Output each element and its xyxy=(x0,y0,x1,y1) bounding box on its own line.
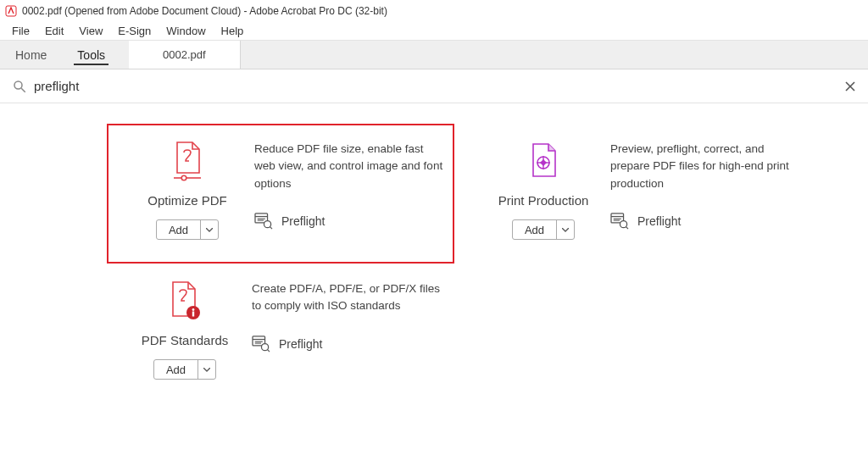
tab-tools[interactable]: Tools xyxy=(62,41,120,69)
tab-document[interactable]: 0002.pdf xyxy=(129,41,241,69)
window-title: 0002.pdf (Opened from Adobe Document Clo… xyxy=(22,5,387,17)
svg-point-1 xyxy=(14,81,22,89)
tool-card-print-production: Print Production Add Preview, preflight,… xyxy=(463,124,810,264)
add-button[interactable]: Add xyxy=(512,219,575,240)
tool-title: Optimize PDF xyxy=(147,193,226,208)
svg-line-21 xyxy=(626,226,628,229)
chevron-down-icon xyxy=(206,228,213,232)
chevron-down-icon xyxy=(562,228,569,232)
pdf-standards-icon xyxy=(166,280,203,321)
preflight-icon xyxy=(252,336,270,352)
preflight-shortcut[interactable]: Preflight xyxy=(610,213,800,230)
menu-help[interactable]: Help xyxy=(214,23,251,39)
svg-point-23 xyxy=(192,308,195,311)
add-button-label: Add xyxy=(157,220,201,239)
preflight-shortcut[interactable]: Preflight xyxy=(252,336,442,352)
menu-view[interactable]: View xyxy=(72,23,109,39)
preflight-shortcut[interactable]: Preflight xyxy=(254,213,444,230)
chevron-down-icon xyxy=(203,368,210,372)
preflight-icon xyxy=(254,213,273,230)
menu-esign[interactable]: E-Sign xyxy=(111,23,158,39)
tool-description: Create PDF/A, PDF/E, or PDF/X files to c… xyxy=(252,280,442,315)
tool-card-optimize-pdf: Optimize PDF Add Reduce PDF file size, e… xyxy=(107,124,454,264)
tabbar: Home Tools 0002.pdf xyxy=(0,41,868,69)
preflight-label: Preflight xyxy=(281,214,325,228)
add-button[interactable]: Add xyxy=(156,219,219,240)
menubar: File Edit View E-Sign Window Help xyxy=(0,22,868,41)
close-icon[interactable] xyxy=(844,80,856,92)
menu-window[interactable]: Window xyxy=(159,23,212,39)
add-button-dropdown[interactable] xyxy=(198,360,215,379)
search-icon xyxy=(12,79,27,94)
svg-line-12 xyxy=(270,226,272,229)
add-button-dropdown[interactable] xyxy=(557,220,574,239)
menu-edit[interactable]: Edit xyxy=(38,23,70,39)
add-button-label: Add xyxy=(154,360,198,379)
tool-title: PDF Standards xyxy=(142,333,229,347)
optimize-pdf-icon xyxy=(169,141,206,181)
preflight-icon xyxy=(610,213,629,230)
tool-description: Preview, preflight, correct, and prepare… xyxy=(610,141,800,192)
preflight-label: Preflight xyxy=(279,337,322,351)
preflight-label: Preflight xyxy=(637,214,681,228)
tab-home[interactable]: Home xyxy=(0,41,62,69)
add-button-dropdown[interactable] xyxy=(201,220,218,239)
tools-search-input[interactable] xyxy=(27,75,844,97)
svg-line-30 xyxy=(267,349,270,352)
print-production-icon xyxy=(525,141,562,181)
tools-search-row xyxy=(0,69,868,103)
tool-card-pdf-standards: PDF Standards Add Create PDF/A, PDF/E, o… xyxy=(104,264,452,403)
tools-area: Optimize PDF Add Reduce PDF file size, e… xyxy=(0,103,868,403)
svg-line-2 xyxy=(21,88,25,92)
acrobat-app-icon xyxy=(5,5,17,17)
svg-point-6 xyxy=(181,175,186,180)
tool-title: Print Production xyxy=(498,193,589,208)
add-button[interactable]: Add xyxy=(153,359,216,380)
menu-file[interactable]: File xyxy=(5,23,36,39)
add-button-label: Add xyxy=(513,220,557,239)
tool-description: Reduce PDF file size, enable fast web vi… xyxy=(254,141,444,192)
titlebar: 0002.pdf (Opened from Adobe Document Clo… xyxy=(0,0,868,22)
svg-rect-24 xyxy=(192,312,194,317)
